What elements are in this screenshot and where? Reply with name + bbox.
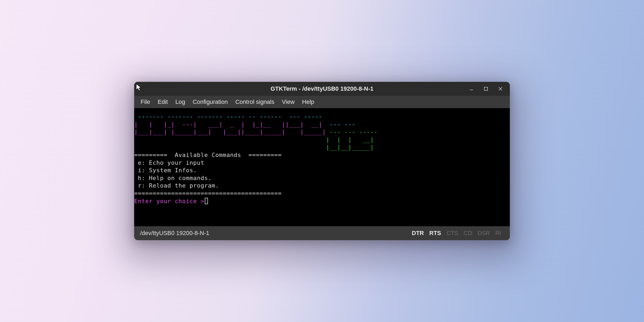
menu-view[interactable]: View: [278, 97, 298, 107]
terminal-output[interactable]: ------- ------- ------- ----- -- ------ …: [134, 108, 510, 226]
menu-log[interactable]: Log: [171, 97, 189, 107]
text-cursor: [205, 198, 208, 204]
gtkterm-window: GTKTerm - /dev/ttyUSB0 19200-8-N-1 File …: [134, 82, 510, 240]
ascii-art-line: |__|__|_____|: [134, 144, 374, 151]
window-title: GTKTerm - /dev/ttyUSB0 19200-8-N-1: [134, 85, 510, 92]
command-line: e: Echo your input: [134, 159, 204, 166]
command-line: h: Help on commands.: [134, 175, 212, 181]
menu-help[interactable]: Help: [298, 97, 318, 107]
section-header: ========= Available Commands =========: [134, 152, 282, 158]
menu-configuration[interactable]: Configuration: [189, 97, 232, 107]
signal-dtr[interactable]: DTR: [409, 230, 427, 237]
input-prompt: Enter your choice >: [134, 198, 204, 204]
signal-ri[interactable]: RI: [493, 230, 504, 237]
ascii-art-line: --- ---: [326, 121, 359, 128]
ascii-art-line: --- --- -----: [326, 129, 378, 135]
signal-rts[interactable]: RTS: [427, 230, 444, 237]
signal-cts[interactable]: CTS: [444, 230, 461, 237]
command-line: i: System Infos.: [134, 167, 197, 174]
menu-edit[interactable]: Edit: [154, 97, 171, 107]
window-controls: [468, 85, 510, 92]
close-button[interactable]: [497, 85, 504, 92]
signal-cd[interactable]: CD: [461, 230, 475, 237]
menu-file[interactable]: File: [137, 97, 154, 107]
section-footer: ========================================: [134, 190, 282, 197]
menubar: File Edit Log Configuration Control sign…: [134, 96, 510, 108]
menu-control-signals[interactable]: Control signals: [232, 97, 278, 107]
status-device: /dev/ttyUSB0 19200-8-N-1: [140, 230, 209, 237]
maximize-button[interactable]: [482, 85, 489, 92]
ascii-art-line: | | |_| ---| ___| _ | |_|__ ||___| __|: [134, 121, 326, 128]
signal-dsr[interactable]: DSR: [475, 230, 493, 237]
command-line: r: Reload the program.: [134, 182, 219, 189]
ascii-art-line: | | | __|: [134, 136, 374, 143]
titlebar: GTKTerm - /dev/ttyUSB0 19200-8-N-1: [134, 82, 510, 96]
minimize-button[interactable]: [468, 85, 475, 92]
svg-rect-1: [484, 87, 488, 90]
ascii-art-line: ------- ------- ------- ----- -- ------ …: [134, 113, 326, 120]
ascii-art-line: |___|___| |_____|___| |___||____|_____| …: [134, 129, 326, 135]
statusbar: /dev/ttyUSB0 19200-8-N-1 DTR RTS CTS CD …: [134, 226, 510, 240]
